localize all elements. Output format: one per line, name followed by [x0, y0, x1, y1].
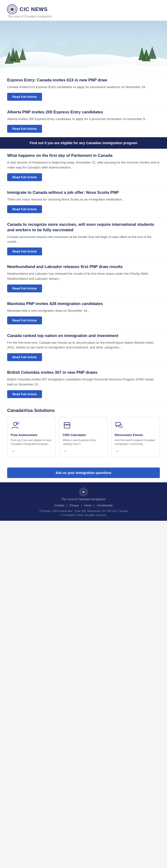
ask-immigration-btn[interactable]: Ask us your immigration questions	[7, 468, 160, 478]
solution-card-assessment-desc: Find out if you are eligible for any Can…	[11, 438, 52, 446]
footer-logo-icon	[79, 488, 88, 496]
article-5: Canada to recognize more vaccines, will …	[0, 218, 167, 260]
footer-address: CICNews, 1303 Greene Ave., Suite 200, We…	[7, 509, 160, 517]
article-7-read-btn[interactable]: Read Full Article	[7, 316, 42, 324]
solution-card-forum[interactable]: Discussion Forum Join the world's larges…	[111, 417, 160, 457]
article-3-excerpt: A new session of Parliament is beginning…	[7, 160, 160, 170]
svg-point-17	[13, 422, 17, 426]
article-6-read-btn[interactable]: Read Full Article	[7, 284, 42, 292]
footer-links: Contact | Privacy | About | Unsubscribe	[7, 504, 160, 507]
solutions-title: CanadaVisa Solutions	[7, 408, 160, 413]
footer-privacy-link[interactable]: Privacy	[69, 504, 79, 507]
article-8-read-btn[interactable]: Read Full Article	[7, 353, 42, 361]
article-8-excerpt: For the first time ever, Canada has move…	[7, 340, 160, 350]
article-4-title: Immigrate to Canada without a job offer:…	[7, 190, 160, 195]
crs-calculator-icon: CRS	[63, 421, 104, 431]
discussion-forum-icon	[115, 421, 156, 431]
svg-text:CRS: CRS	[64, 424, 69, 426]
article-9-title: British Columbia invites 357 in new PNP …	[7, 370, 160, 375]
article-7: Manitoba PNP invites 428 immigration can…	[0, 297, 167, 329]
solution-card-forum-title: Discussion Forum	[115, 433, 156, 437]
article-3-title: What happens on the first day of Parliam…	[7, 153, 160, 158]
article-2: Alberta PNP invites 200 Express Entry ca…	[0, 105, 167, 137]
solution-forum-arrow[interactable]: →	[115, 449, 119, 454]
hero-image	[0, 21, 167, 73]
article-9-read-btn[interactable]: Read Full Article	[7, 390, 42, 398]
article-4: Immigrate to Canada without a job offer:…	[0, 186, 167, 218]
article-8: Canada ranked top nation on immigration …	[0, 329, 167, 366]
article-6-title: Newfoundland and Labrador releases first…	[7, 264, 160, 270]
solution-card-crs[interactable]: CRS CRS Calculator What is your Express …	[59, 417, 108, 457]
svg-point-31	[83, 491, 85, 493]
article-3-read-btn[interactable]: Read Full Article	[7, 173, 42, 181]
solution-card-assessment[interactable]: Free Assessment Find out if you are elig…	[7, 417, 56, 457]
article-5-title: Canada to recognize more vaccines, will …	[7, 222, 160, 233]
article-5-excerpt: Canada announced several new measures at…	[7, 235, 160, 244]
ask-btn-row: Ask us your immigration questions	[0, 464, 167, 482]
footer-tagline: The voice of Canadian immigration	[7, 498, 160, 501]
solution-assessment-arrow[interactable]: →	[11, 449, 15, 454]
footer: The voice of Canadian immigration Contac…	[0, 482, 167, 521]
footer-about-link[interactable]: About	[84, 504, 91, 507]
solutions-section: CanadaVisa Solutions Free Assessment Fin…	[0, 403, 167, 464]
article-9: British Columbia invites 357 in new PNP …	[0, 366, 167, 402]
svg-point-3	[11, 8, 13, 10]
article-7-excerpt: Manitoba held a new immigration draw on …	[7, 308, 160, 313]
solution-crs-arrow[interactable]: →	[63, 449, 67, 454]
solutions-grid: Free Assessment Find out if you are elig…	[7, 417, 160, 457]
solution-card-assessment-title: Free Assessment	[11, 433, 52, 437]
article-7-title: Manitoba PNP invites 428 immigration can…	[7, 301, 160, 307]
article-4-read-btn[interactable]: Read Full Article	[7, 205, 42, 213]
cta-banner[interactable]: Find out if you are eligible for any Can…	[0, 137, 167, 149]
article-1-excerpt: Canada invited 613 Express Entry candida…	[7, 85, 160, 90]
article-2-excerpt: Alberta invited 200 Express Entry candid…	[7, 117, 160, 122]
article-1-read-btn[interactable]: Read Full Article	[7, 93, 42, 101]
article-1-title: Express Entry: Canada invites 613 in new…	[7, 78, 160, 83]
article-2-read-btn[interactable]: Read Full Article	[7, 125, 42, 133]
cic-news-logo-icon	[7, 4, 17, 14]
solution-card-forum-desc: Join the world's largest Canadian immigr…	[115, 438, 156, 446]
article-2-title: Alberta PNP invites 200 Express Entry ca…	[7, 110, 160, 115]
article-4-excerpt: There are many reasons for choosing Nova…	[7, 197, 160, 202]
article-9-excerpt: British Columbia invited 357 immigration…	[7, 377, 160, 387]
article-6-excerpt: Newfoundland and Labrador has released t…	[7, 271, 160, 281]
article-8-title: Canada ranked top nation on immigration …	[7, 333, 160, 339]
article-1: Express Entry: Canada invites 613 in new…	[0, 73, 167, 105]
svg-rect-24	[116, 423, 121, 426]
solution-card-crs-desc: What is your Express Entry ranking score…	[63, 438, 104, 446]
article-3: What happens on the first day of Parliam…	[0, 149, 167, 185]
logo-text: CIC NEWS	[20, 6, 48, 12]
footer-unsubscribe-link[interactable]: Unsubscribe	[97, 504, 112, 507]
footer-contact-link[interactable]: Contact	[55, 504, 64, 507]
article-5-read-btn[interactable]: Read Full Article	[7, 247, 42, 255]
header: CIC NEWS The voice of Canadian immigrati…	[0, 0, 167, 21]
article-6: Newfoundland and Labrador releases first…	[0, 260, 167, 297]
tagline: The voice of Canadian immigration	[7, 15, 160, 18]
footer-logo-row	[7, 488, 160, 496]
solution-card-crs-title: CRS Calculator	[63, 433, 104, 437]
free-assessment-icon	[11, 421, 52, 431]
